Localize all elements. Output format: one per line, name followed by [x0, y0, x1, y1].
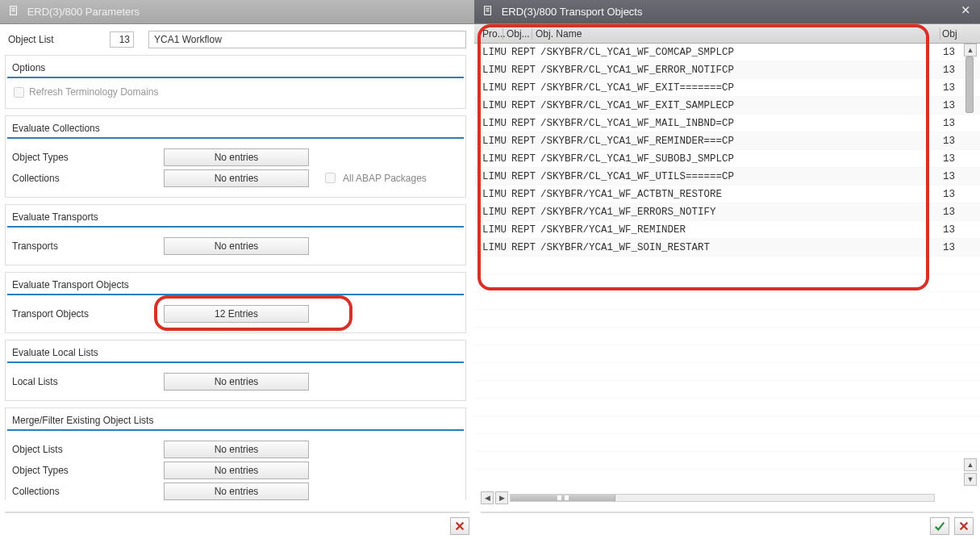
cell-pro: LIMU — [482, 224, 511, 236]
hscroll-thumb[interactable] — [511, 495, 615, 501]
close-button[interactable] — [959, 5, 974, 19]
cell-name: /SKYBFR/CL_YCA1_WF_EXIT=======CP — [540, 82, 943, 94]
transports-label: Transports — [10, 240, 164, 252]
table-blank-row — [474, 381, 980, 399]
cell-obj: REPT — [511, 82, 540, 94]
cell-pro: LIMU — [482, 153, 511, 165]
table-blank-row — [474, 292, 980, 310]
cell-pro: LIMU — [482, 82, 511, 94]
merge-object-types-button[interactable]: No entries — [164, 462, 309, 479]
hscroll-right-arrow-icon[interactable]: ▶ — [495, 491, 508, 504]
table-blank-row — [474, 345, 980, 363]
table-row[interactable]: LIMUREPT/SKYBFR/CL_YCA1_WF_COMCAP_SMPLCP… — [474, 44, 980, 61]
cell-pro: LIMU — [482, 207, 511, 218]
cell-name: /SKYBFR/YCA1_WF_SOIN_RESTART — [540, 242, 943, 253]
svg-rect-0 — [10, 6, 17, 15]
cell-pro: LIMU — [482, 242, 511, 253]
cell-obj: REPT — [511, 207, 540, 218]
document-icon — [8, 2, 19, 13]
merge-object-lists-label: Object Lists — [10, 444, 164, 455]
transports-button[interactable]: No entries — [164, 237, 309, 255]
scroll-down-arrow-icon[interactable]: ▼ — [964, 473, 977, 486]
col-pro[interactable]: Pro... — [474, 28, 503, 40]
cell-obj: REPT — [511, 136, 540, 147]
col-last[interactable]: Obj — [940, 28, 964, 40]
group-eval-local: Evaluate Local Lists Local Lists No entr… — [5, 340, 466, 401]
collections-button[interactable]: No entries — [164, 169, 309, 187]
table-blank-row — [474, 257, 980, 274]
all-abap-label: All ABAP Packages — [343, 173, 427, 184]
document-icon — [482, 2, 494, 13]
col-name[interactable]: Obj. Name — [532, 28, 940, 40]
tobjects-label: Transport Objects — [10, 308, 164, 320]
svg-rect-6 — [485, 6, 491, 15]
group-eval-transport-objects: Evaluate Transport Objects Transport Obj… — [5, 272, 466, 333]
table-row[interactable]: LIMUREPT/SKYBFR/CL_YCA1_WF_UTILS======CP… — [474, 168, 980, 186]
table-row[interactable]: LIMUREPT/SKYBFR/CL_YCA1_WF_SUBOBJ_SMPLCP… — [474, 150, 980, 168]
cell-name: /SKYBFR/CL_YCA1_WF_ERROR_NOTIFCP — [540, 65, 943, 76]
cell-obj: REPT — [511, 65, 540, 76]
merge-collections-button[interactable]: No entries — [164, 483, 309, 500]
cell-pro: LIMU — [482, 65, 511, 76]
eval-local-header: Evaluate Local Lists — [7, 344, 464, 363]
group-merge-filter: Merge/Filter Existing Object Lists Objec… — [5, 407, 466, 501]
local-lists-button[interactable]: No entries — [164, 373, 309, 391]
table-row[interactable]: LIMUREPT/SKYBFR/YCA1_WF_REMINDER13 — [474, 221, 980, 239]
merge-collections-label: Collections — [10, 486, 164, 497]
group-eval-collections: Evaluate Collections Object Types No ent… — [5, 115, 466, 198]
table-row[interactable]: LIMUREPT/SKYBFR/CL_YCA1_WF_ERROR_NOTIFCP… — [474, 61, 980, 79]
vertical-scrollbar[interactable]: ▲ ▲ ▼ — [964, 44, 977, 486]
local-lists-label: Local Lists — [10, 376, 164, 387]
cell-name: /SKYBFR/CL_YCA1_WF_UTILS======CP — [540, 171, 943, 182]
table-blank-row — [474, 416, 980, 434]
table-row[interactable]: LIMUREPT/SKYBFR/YCA1_WF_ERRORS_NOTIFY13 — [474, 203, 980, 221]
table-blank-row — [474, 452, 980, 470]
all-abap-input[interactable] — [325, 173, 336, 183]
eval-transports-header: Evaluate Transports — [7, 208, 464, 228]
refresh-terminology-input[interactable] — [14, 87, 24, 98]
cancel-button-2[interactable] — [954, 517, 974, 535]
object-list-number[interactable]: 13 — [110, 31, 134, 48]
cell-name: /SKYBFR/CL_YCA1_WF_REMINDER===CP — [540, 136, 943, 147]
cell-name: /SKYBFR/CL_YCA1_WF_MAIL_INBND=CP — [540, 118, 943, 129]
scroll-up-arrow-icon[interactable]: ▲ — [964, 44, 977, 56]
group-options-header: Options — [7, 59, 464, 78]
table-header: Pro... Obj... Obj. Name Obj — [474, 24, 980, 44]
right-titlebar: ERD(3)/800 Transport Objects — [474, 0, 980, 24]
table-blank-row — [474, 274, 980, 292]
table-row[interactable]: LIMUREPT/SKYBFR/CL_YCA1_WF_EXIT=======CP… — [474, 79, 980, 97]
right-title: ERD(3)/800 Transport Objects — [502, 6, 643, 18]
horizontal-scrollbar[interactable]: ◀ ▶ — [481, 491, 935, 505]
group-options: Options Refresh Terminology Domains — [5, 55, 466, 109]
cell-name: /SKYBFR/YCA1_WF_ACTBTN_RESTORE — [540, 189, 943, 200]
cell-pro: LIMU — [482, 100, 511, 111]
ok-button[interactable] — [930, 517, 949, 535]
object-types-button[interactable]: No entries — [164, 148, 309, 166]
table-row[interactable]: LIMUREPT/SKYBFR/CL_YCA1_WF_MAIL_INBND=CP… — [474, 115, 980, 132]
table-row[interactable]: LIMUREPT/SKYBFR/CL_YCA1_WF_REMINDER===CP… — [474, 132, 980, 150]
hscroll-left-arrow-icon[interactable]: ◀ — [481, 491, 494, 504]
cell-name: /SKYBFR/CL_YCA1_WF_SUBOBJ_SMPLCP — [540, 153, 943, 165]
scroll-up-arrow-2-icon[interactable]: ▲ — [964, 458, 977, 471]
merge-object-lists-button[interactable]: No entries — [164, 441, 309, 458]
all-abap-checkbox[interactable]: All ABAP Packages — [322, 170, 427, 186]
tobjects-button[interactable]: 12 Entries — [164, 305, 309, 323]
cancel-button[interactable] — [450, 517, 469, 535]
table-row[interactable]: LIMUREPT/SKYBFR/YCA1_WF_ACTBTN_RESTORE13 — [474, 186, 980, 203]
col-obj[interactable]: Obj... — [503, 28, 532, 40]
table-blank-row — [474, 399, 980, 416]
table-row[interactable]: LIMUREPT/SKYBFR/YCA1_WF_SOIN_RESTART13 — [474, 239, 980, 257]
left-title: ERD(3)/800 Parameters — [27, 6, 140, 18]
scroll-thumb[interactable] — [965, 56, 974, 113]
cell-pro: LIMU — [482, 136, 511, 147]
object-list-name[interactable]: YCA1 Workflow — [148, 31, 466, 48]
object-list-label: Object List — [5, 34, 110, 45]
cell-name: /SKYBFR/CL_YCA1_WF_EXIT_SAMPLECP — [540, 100, 943, 111]
left-titlebar: ERD(3)/800 Parameters — [0, 0, 474, 24]
refresh-terminology-checkbox[interactable]: Refresh Terminology Domains — [14, 86, 159, 98]
table-row[interactable]: LIMUREPT/SKYBFR/CL_YCA1_WF_EXIT_SAMPLECP… — [474, 97, 980, 115]
merge-header: Merge/Filter Existing Object Lists — [7, 412, 464, 431]
eval-tobjects-header: Evaluate Transport Objects — [7, 276, 464, 295]
cell-obj: REPT — [511, 242, 540, 253]
cell-obj: REPT — [511, 224, 540, 236]
